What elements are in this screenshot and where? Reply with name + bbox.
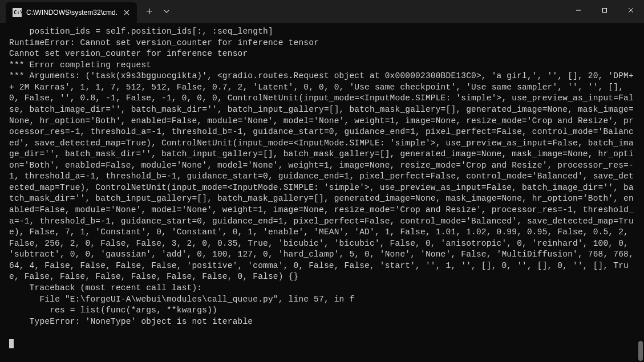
terminal-line: *** Error completing request bbox=[9, 60, 151, 70]
tab-dropdown-button[interactable] bbox=[159, 2, 175, 21]
close-button[interactable] bbox=[618, 0, 644, 21]
titlebar: C:\ C:\WINDOWS\system32\cmd. bbox=[0, 0, 644, 23]
scrollbar-track[interactable] bbox=[638, 23, 643, 361]
terminal-line: Cannot set version_counter for inference… bbox=[9, 49, 248, 58]
terminal-line: *** Arguments: ('task(x9s3bgguocgikta)',… bbox=[9, 71, 639, 281]
terminal-line: File "E:\forgeUI-A\webui\modules\call_qu… bbox=[9, 295, 354, 304]
terminal-tab[interactable]: C:\ C:\WINDOWS\system32\cmd. bbox=[6, 2, 137, 23]
terminal-line: Traceback (most recent call last): bbox=[9, 283, 202, 292]
new-tab-button[interactable] bbox=[140, 2, 159, 21]
minimize-button[interactable] bbox=[565, 0, 592, 21]
terminal-line: TypeError: 'NoneType' object is not iter… bbox=[9, 317, 253, 326]
scrollbar-thumb[interactable] bbox=[638, 341, 643, 361]
maximize-button[interactable] bbox=[592, 0, 618, 21]
terminal-cursor bbox=[9, 339, 14, 348]
terminal-line: res = list(func(*args, **kwargs)) bbox=[9, 306, 217, 315]
terminal-line: position_ids = self.position_ids[:, :seq… bbox=[9, 27, 273, 36]
tab-title: C:\WINDOWS\system32\cmd. bbox=[26, 9, 118, 17]
svg-rect-2 bbox=[603, 9, 607, 13]
cmd-icon: C:\ bbox=[13, 8, 22, 17]
svg-text:C:\: C:\ bbox=[14, 10, 22, 15]
terminal-line: RuntimeError: Cannot set version_counter… bbox=[9, 38, 319, 47]
terminal-output[interactable]: position_ids = self.position_ids[:, :seq… bbox=[0, 23, 644, 362]
window-controls bbox=[565, 0, 644, 21]
tab-close-button[interactable] bbox=[122, 8, 131, 17]
